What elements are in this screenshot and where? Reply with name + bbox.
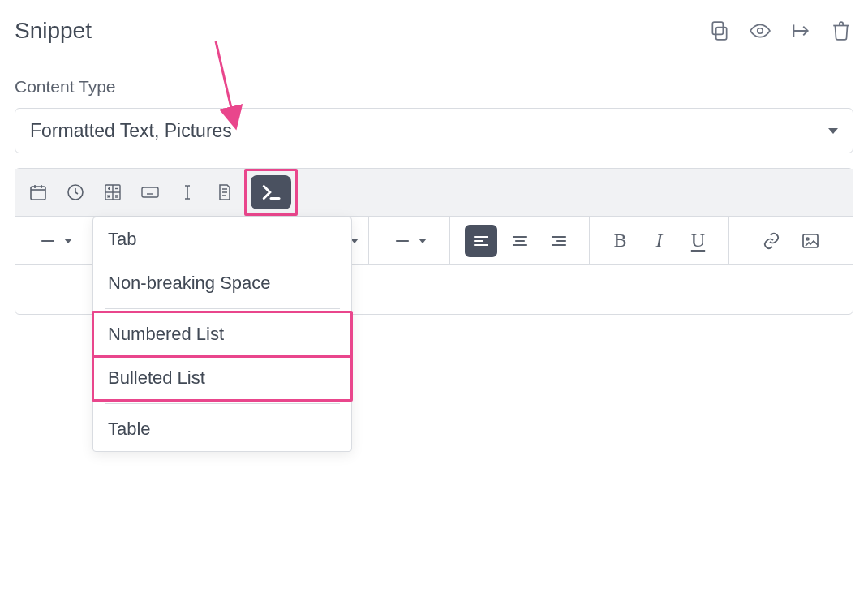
insert-toolbar [15,169,853,217]
insert-dropdown-menu: Tab Non-breaking Space Numbered List Bul… [92,217,352,452]
link-button[interactable] [755,225,788,257]
svg-rect-0 [716,28,727,40]
header-bar: Snippet [0,0,868,62]
editor-container: B I U Tab Non-breaking Space [15,168,853,315]
alignment-cell [450,217,590,264]
svg-rect-23 [142,187,158,197]
svg-rect-1 [712,22,723,34]
chevron-down-icon [828,128,838,134]
preview-icon[interactable] [750,20,771,41]
date-icon[interactable] [25,179,51,205]
chevron-down-icon [419,239,427,243]
time-icon[interactable] [62,179,88,205]
content-type-value: Formatted Text, Pictures [30,120,232,142]
dropdown-separator [105,308,340,309]
svg-point-2 [758,28,763,34]
align-right-button[interactable] [543,225,575,257]
keyboard-icon[interactable] [137,179,163,205]
content-type-label-row: Content Type [0,62,868,108]
media-cell [729,217,853,264]
cursor-icon[interactable] [174,179,200,205]
page-title: Snippet [15,18,92,44]
size-cell[interactable] [369,217,450,264]
trash-icon[interactable] [831,20,852,41]
content-type-select-row: Formatted Text, Pictures [0,108,868,153]
clipboard-page-icon[interactable] [212,179,238,205]
align-left-button[interactable] [465,225,497,257]
insert-special-button[interactable] [251,175,291,209]
content-type-label: Content Type [15,77,853,97]
align-center-button[interactable] [504,225,536,257]
svg-point-47 [806,238,809,240]
math-icon[interactable] [100,179,126,205]
header-actions [709,20,852,41]
indent-cell[interactable] [15,217,95,264]
format-toolbar: B I U Tab Non-breaking Space [15,217,853,265]
chevron-down-icon [64,239,72,243]
dropdown-item-tab[interactable]: Tab [93,217,351,261]
content-type-select[interactable]: Formatted Text, Pictures [15,108,853,153]
svg-rect-5 [31,187,45,200]
dropdown-item-nbsp[interactable]: Non-breaking Space [93,261,351,305]
dropdown-separator [105,403,340,404]
copy-icon[interactable] [709,20,730,41]
bold-button[interactable]: B [604,225,637,257]
text-style-cell: B I U [590,217,729,264]
italic-button[interactable]: I [643,225,676,257]
move-right-icon[interactable] [790,20,811,41]
dropdown-item-bulleted-list[interactable]: Bulleted List [93,356,351,400]
dropdown-item-numbered-list[interactable]: Numbered List [93,312,351,356]
dropdown-item-table[interactable]: Table [93,407,351,451]
underline-button[interactable]: U [682,225,715,257]
image-button[interactable] [794,225,827,257]
